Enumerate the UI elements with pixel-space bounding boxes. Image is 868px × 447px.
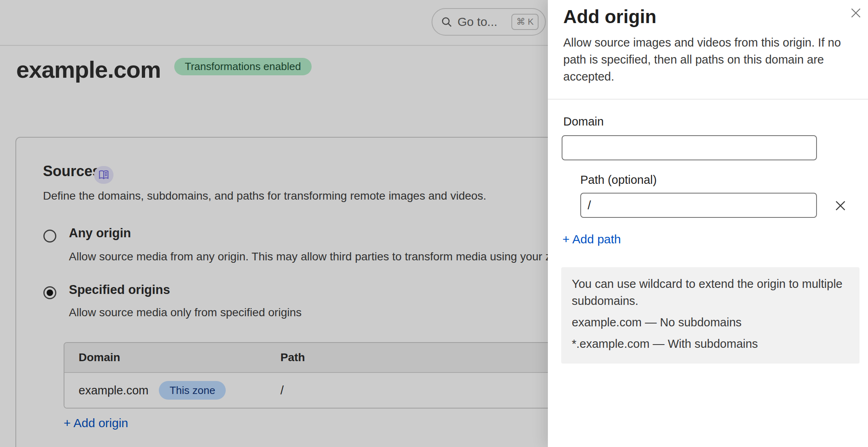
remove-path-icon	[834, 199, 847, 212]
path-input[interactable]	[580, 193, 817, 218]
wildcard-example-with-subdomains: *.example.com — With subdomains	[572, 335, 849, 352]
wildcard-example-no-subdomains: example.com — No subdomains	[572, 314, 849, 331]
wildcard-info-box: You can use wildcard to extend the origi…	[561, 267, 859, 364]
wildcard-info-text: You can use wildcard to extend the origi…	[572, 275, 849, 309]
panel-title: Add origin	[563, 6, 656, 28]
path-field-label: Path (optional)	[580, 173, 657, 187]
panel-description: Allow source images and videos from this…	[563, 34, 853, 85]
add-origin-panel: Add origin Allow source images and video…	[548, 0, 868, 447]
panel-divider	[548, 99, 868, 100]
add-path-link[interactable]: + Add path	[562, 232, 621, 246]
remove-path-button[interactable]	[832, 197, 849, 215]
close-button[interactable]	[846, 3, 866, 23]
domain-field-label: Domain	[563, 115, 604, 128]
close-icon	[850, 7, 862, 19]
domain-input[interactable]	[562, 135, 817, 160]
